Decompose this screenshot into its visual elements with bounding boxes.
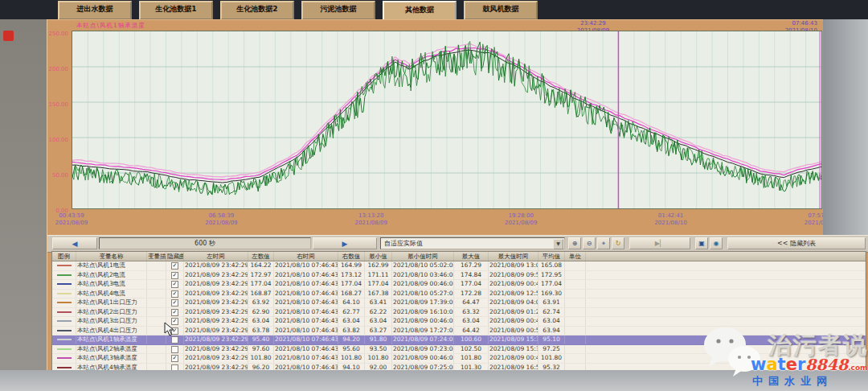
- variable-name: 本站点\风机2轴承温度: [76, 345, 147, 354]
- tab-3[interactable]: 生化池数据2: [220, 1, 294, 20]
- hide-curve-checkbox[interactable]: ✓: [171, 309, 178, 316]
- y-tick: 250.00: [49, 31, 69, 37]
- trend-plot[interactable]: [72, 31, 822, 209]
- desktop-right-area: [823, 19, 868, 235]
- table-row-2[interactable]: 本站点\风机2电流✓2021/08/09 23:42:29172.972021/…: [52, 271, 866, 281]
- column-header[interactable]: 最小值时间: [392, 252, 454, 261]
- legend-swatch: [57, 367, 72, 368]
- y-tick: 200.00: [49, 66, 69, 72]
- globe-button[interactable]: ◉: [710, 237, 723, 249]
- right-arrow-icon: ▶: [342, 240, 348, 248]
- screenshot-stage: 进出水数据生化池数据1生化池数据2污泥池数据其他数据鼓风机数据 本站点\风机1轴…: [0, 0, 868, 391]
- tab-4[interactable]: 污泥池数据: [301, 1, 375, 20]
- legend-swatch: [57, 348, 72, 350]
- trend-app-window: 本站点\风机1轴承温度 23:42:29 2021/08/09 07:46:43…: [47, 19, 868, 372]
- window-button[interactable]: ▣: [695, 237, 708, 249]
- zoom-in-icon: ⊕: [572, 240, 578, 247]
- zoom-box-button[interactable]: ⌖: [597, 237, 610, 249]
- table-row-5[interactable]: 本站点\风机1出口压力✓2021/08/09 23:42:2963.922021…: [52, 298, 866, 308]
- variable-name: 本站点\风机3轴承温度: [76, 354, 147, 363]
- legend-swatch: [57, 302, 72, 303]
- zoom-out-icon: ⊖: [587, 240, 592, 247]
- scroll-left-button[interactable]: ◀: [52, 237, 97, 249]
- desktop-left-area: [0, 19, 47, 391]
- table-row-4[interactable]: 本站点\风机4电流✓2021/08/09 23:42:29168.872021/…: [52, 290, 866, 299]
- play-to-end-button[interactable]: ▶▏: [629, 237, 690, 249]
- column-header[interactable]: 变量名称: [76, 252, 147, 261]
- column-header[interactable]: 右时间: [274, 252, 338, 261]
- play-icon: ▶▏: [655, 240, 665, 247]
- chart-area: 本站点\风机1轴承温度 23:42:29 2021/08/09 07:46:43…: [47, 19, 868, 233]
- legend-swatch: [57, 311, 72, 313]
- hide-curve-checkbox[interactable]: ✓: [171, 281, 178, 288]
- hide-curve-checkbox[interactable]: ✓: [171, 272, 178, 279]
- desktop-red-icon: [3, 31, 14, 41]
- column-header[interactable]: 最大值: [454, 252, 489, 261]
- legend-swatch: [57, 357, 72, 359]
- table-row-10[interactable]: 本站点\风机2轴承温度2021/08/09 23:42:2997.602021/…: [52, 345, 866, 355]
- refresh-button[interactable]: ↻: [612, 237, 624, 249]
- mouse-cursor: [164, 322, 175, 336]
- table-row-11[interactable]: 本站点\风机3轴承温度✓2021/08/09 23:42:29101.80202…: [52, 354, 866, 364]
- table-row-3[interactable]: 本站点\风机3电流✓2021/08/09 23:42:29177.042021/…: [52, 280, 866, 290]
- column-header[interactable]: 左数值: [248, 252, 274, 261]
- tab-bar: 进出水数据生化池数据1生化池数据2污泥池数据其他数据鼓风机数据: [47, 0, 868, 19]
- legend-swatch: [57, 274, 72, 276]
- legend-swatch: [57, 330, 72, 331]
- tab-6[interactable]: 鼓风机数据: [464, 1, 538, 20]
- column-header[interactable]: 最小值: [365, 252, 392, 261]
- variable-name: 本站点\风机4出口压力: [76, 327, 147, 335]
- column-header[interactable]: 单位: [565, 252, 586, 261]
- zoom-in-button[interactable]: ⊕: [568, 237, 581, 249]
- window-icon: ▣: [698, 240, 705, 247]
- selected-curve-label: 本站点\风机1轴承温度: [76, 22, 145, 30]
- hide-curve-checkbox[interactable]: ✓: [171, 290, 178, 298]
- y-axis-labels: 250.00200.00150.00100.0050.000.00: [47, 27, 70, 212]
- variable-name: 本站点\风机3出口压力: [76, 317, 147, 326]
- globe-icon: ◉: [714, 240, 719, 247]
- trend-data-table: 图例变量名称变量描述隐藏曲线左时间左数值右时间右数值最小值最小值时间最大值最大值…: [51, 251, 866, 383]
- column-header[interactable]: 隐藏曲线: [166, 252, 184, 261]
- table-row-1[interactable]: 本站点\风机1电流✓2021/08/09 23:42:29164.222021/…: [52, 261, 866, 271]
- variable-name: 本站点\风机1电流: [76, 261, 147, 270]
- left-arrow-icon: ◀: [72, 240, 78, 248]
- hide-curve-checkbox[interactable]: ✓: [171, 262, 178, 270]
- column-header[interactable]: 左时间: [184, 252, 248, 261]
- column-header[interactable]: 变量描述: [147, 252, 166, 261]
- hide-curve-checkbox[interactable]: [171, 336, 178, 344]
- variable-name: 本站点\风机2出口压力: [76, 308, 147, 317]
- variable-name: 本站点\风机3电流: [76, 280, 147, 289]
- column-header[interactable]: [586, 252, 866, 261]
- legend-swatch: [57, 320, 72, 322]
- variable-name: 本站点\风机1轴承温度: [76, 335, 147, 344]
- table-row-9[interactable]: 本站点\风机1轴承温度2021/08/09 23:42:2995.402021/…: [52, 335, 866, 345]
- x-tick: 19:28:002021/08/09: [493, 212, 549, 227]
- zoom-box-icon: ⌖: [602, 240, 606, 247]
- scale-mode-dropdown[interactable]: 自适应实际值 ▼: [380, 237, 565, 249]
- trend-toolbar: ◀ 600 秒 ▶ 自适应实际值 ▼ ⊕ ⊖ ⌖ ↻ ▶▏ ▣ ◉ << 隐藏列…: [47, 235, 868, 253]
- table-row-6[interactable]: 本站点\风机2出口压力✓2021/08/09 23:42:2962.902021…: [52, 308, 866, 318]
- column-header[interactable]: 图例: [52, 252, 76, 261]
- y-tick: 50.00: [52, 172, 68, 179]
- scroll-right-button[interactable]: ▶: [313, 237, 377, 249]
- legend-swatch: [57, 339, 72, 340]
- legend-swatch: [57, 265, 72, 266]
- hide-curve-checkbox[interactable]: ✓: [171, 299, 178, 307]
- x-tick: 01:42:412021/08/10: [643, 212, 699, 227]
- hide-curve-checkbox[interactable]: [171, 346, 178, 353]
- tab-2[interactable]: 生化池数据1: [139, 1, 213, 20]
- column-header[interactable]: 最大值时间: [489, 252, 538, 261]
- zoom-out-button[interactable]: ⊖: [583, 237, 596, 249]
- variable-name: 本站点\风机1出口压力: [76, 298, 147, 307]
- desktop-bottom-area: [0, 370, 868, 391]
- hide-list-button[interactable]: << 隐藏列表: [727, 237, 866, 249]
- variable-name: 本站点\风机2电流: [76, 271, 147, 280]
- chevron-down-icon[interactable]: ▼: [553, 239, 563, 249]
- tab-1[interactable]: 进出水数据: [58, 1, 132, 20]
- hide-curve-checkbox[interactable]: ✓: [171, 355, 178, 362]
- interval-field[interactable]: 600 秒: [99, 237, 311, 249]
- column-header[interactable]: 平均值: [538, 252, 565, 261]
- scale-mode-value: 自适应实际值: [384, 240, 423, 247]
- y-tick: 100.00: [49, 137, 69, 143]
- column-header[interactable]: 右数值: [338, 252, 365, 261]
